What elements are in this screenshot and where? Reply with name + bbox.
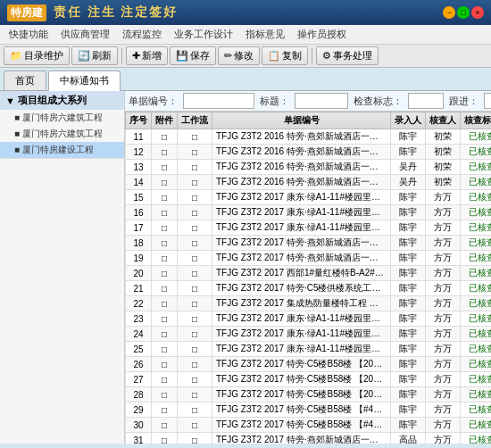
edit-button[interactable]: ✏ 修改 — [218, 46, 260, 65]
cell-attach[interactable]: □ — [152, 296, 178, 311]
cell-attach[interactable]: □ — [152, 160, 178, 175]
cell-flow[interactable]: □ — [178, 311, 212, 327]
table-row[interactable]: 30 □ □ TFJG Z3T2 2017 特旁·C5楼B58楼 【#4楼#20… — [126, 418, 492, 433]
cell-flow[interactable]: □ — [178, 357, 212, 372]
table-row[interactable]: 29 □ □ TFJG Z3T2 2017 特旁·C5楼B58楼 【#4楼#20… — [126, 402, 492, 418]
table-row[interactable]: 12 □ □ TFJG Z3T2 2016 特旁·燕郊新城酒店一期 【#2016… — [126, 145, 492, 160]
cell-attach[interactable]: □ — [152, 311, 178, 327]
menu-bizdesign[interactable]: 业务工作设计 — [169, 27, 238, 42]
cell-status: 已核查 — [461, 205, 492, 220]
filter-followup-input[interactable] — [484, 93, 491, 109]
cell-attach[interactable]: □ — [152, 266, 178, 281]
add-button[interactable]: ✚ 新增 — [126, 46, 168, 65]
table-row[interactable]: 18 □ □ TFJG Z3T2 2017 特旁·燕郊新城酒店一期 【2017-… — [126, 236, 492, 251]
cell-doc: TFJG Z3T2 2017 特旁·C5楼B58楼 【2017-04-11】 — [212, 357, 391, 372]
cell-attach[interactable]: □ — [152, 190, 178, 205]
cell-attach[interactable]: □ — [152, 342, 178, 357]
menu-quickfunc[interactable]: 快捷功能 — [4, 27, 54, 42]
cell-attach[interactable]: □ — [152, 129, 178, 145]
cell-flow[interactable]: □ — [178, 266, 212, 281]
cell-flow[interactable]: □ — [178, 387, 212, 402]
cell-attach[interactable]: □ — [152, 372, 178, 387]
save-button[interactable]: 💾 保存 — [170, 46, 216, 65]
table-row[interactable]: 26 □ □ TFJG Z3T2 2017 特旁·C5楼B58楼 【2017-0… — [126, 357, 492, 372]
cell-attach[interactable]: □ — [152, 175, 178, 190]
table-row[interactable]: 24 □ □ TFJG Z3T2 2017 康东·绿A1-11#楼园里建筑 【2… — [126, 327, 492, 342]
cell-attach[interactable]: □ — [152, 402, 178, 418]
cell-seq: 16 — [126, 205, 152, 220]
table-row[interactable]: 22 □ □ TFJG Z3T2 2017 集成热防量楼特工程 【2017-03… — [126, 296, 492, 311]
cell-flow[interactable]: □ — [178, 281, 212, 296]
table-row[interactable]: 16 □ □ TFJG Z3T2 2017 康东·绿A1-11#楼园里建筑 【2… — [126, 205, 492, 220]
cell-flow[interactable]: □ — [178, 129, 212, 145]
cell-flow[interactable]: □ — [178, 372, 212, 387]
menu-monitor[interactable]: 流程监控 — [117, 27, 167, 42]
table-container[interactable]: 序号 附件 工作流 单据编号 录入人 核查人 核查标志 核查日期 备注 11 □… — [125, 112, 491, 444]
filter-status-input[interactable] — [408, 93, 444, 109]
menu-supplier[interactable]: 供应商管理 — [55, 27, 115, 42]
cell-flow[interactable]: □ — [178, 175, 212, 190]
table-row[interactable]: 19 □ □ TFJG Z3T2 2017 特旁·燕郊新城酒店一期 【2017-… — [126, 251, 492, 266]
cell-flow[interactable]: □ — [178, 145, 212, 160]
table-row[interactable]: 21 □ □ TFJG Z3T2 2017 特旁·C5楼供楼系统工程 【2017… — [126, 281, 492, 296]
filter-docnum-input[interactable] — [183, 93, 254, 109]
process-button[interactable]: ⚙ 事务处理 — [316, 46, 379, 65]
cell-attach[interactable]: □ — [152, 145, 178, 160]
cell-flow[interactable]: □ — [178, 251, 212, 266]
table-row[interactable]: 11 □ □ TFJG Z3T2 2016 特旁·燕郊新城酒店一期 【#2016… — [126, 129, 492, 145]
menu-operator[interactable]: 操作员授权 — [292, 27, 352, 42]
cell-attach[interactable]: □ — [152, 418, 178, 433]
cell-flow[interactable]: □ — [178, 205, 212, 220]
tab-notice[interactable]: 中标通知书 — [48, 71, 121, 91]
menu-indicator[interactable]: 指标意见 — [240, 27, 290, 42]
table-row[interactable]: 17 □ □ TFJG Z3T2 2017 康东·绿A1-11#楼园里建筑 【2… — [126, 220, 492, 236]
cell-flow[interactable]: □ — [178, 342, 212, 357]
cell-flow[interactable]: □ — [178, 296, 212, 311]
sidebar-section-title[interactable]: ▼ 项目组成大系列 — [0, 91, 124, 110]
table-row[interactable]: 31 □ □ TFJG Z3T2 2017 特旁·燕郊新城酒店一期 【2017-… — [126, 433, 492, 444]
sidebar-item-0[interactable]: ■ 厦门特房六建筑工程 — [0, 110, 124, 126]
table-row[interactable]: 25 □ □ TFJG Z3T2 2017 康东·绿A1-11#楼园里建筑 【2… — [126, 342, 492, 357]
cell-entry: 陈宇 — [391, 190, 426, 205]
maximize-button[interactable]: □ — [457, 6, 470, 19]
tab-home[interactable]: 首页 — [4, 71, 46, 90]
cell-flow[interactable]: □ — [178, 327, 212, 342]
cell-attach[interactable]: □ — [152, 281, 178, 296]
copy-icon: 📋 — [268, 50, 280, 62]
dir-maintain-button[interactable]: 📁 目录维护 — [4, 46, 70, 65]
cell-attach[interactable]: □ — [152, 387, 178, 402]
table-row[interactable]: 28 □ □ TFJG Z3T2 2017 特旁·C5楼B58楼 【2017-0… — [126, 387, 492, 402]
cell-flow[interactable]: □ — [178, 418, 212, 433]
cell-attach[interactable]: □ — [152, 433, 178, 444]
cell-attach[interactable]: □ — [152, 251, 178, 266]
filter-title-input[interactable] — [295, 93, 348, 109]
cell-attach[interactable]: □ — [152, 357, 178, 372]
table-row[interactable]: 14 □ □ TFJG Z3T2 2016 特旁·燕郊新城酒店一期 【#6#20… — [126, 175, 492, 190]
table-row[interactable]: 27 □ □ TFJG Z3T2 2017 特旁·C5楼B58楼 【2017-0… — [126, 372, 492, 387]
cell-flow[interactable]: □ — [178, 433, 212, 444]
sidebar-section: ▼ 项目组成大系列 ■ 厦门特房六建筑工程 ■ 厦门特房六建筑工程 ■ 厦门特房… — [0, 91, 124, 159]
refresh-button[interactable]: 🔄 刷新 — [71, 46, 118, 65]
minimize-button[interactable]: － — [443, 6, 455, 19]
sidebar-item-1[interactable]: ■ 厦门特房六建筑工程 — [0, 126, 124, 142]
cell-attach[interactable]: □ — [152, 327, 178, 342]
cell-flow[interactable]: □ — [178, 220, 212, 236]
toolbar: 📁 目录维护 🔄 刷新 ✚ 新增 💾 保存 ✏ 修改 📋 复制 ⚙ 事务处理 — [0, 45, 491, 68]
cell-flow[interactable]: □ — [178, 236, 212, 251]
table-row[interactable]: 20 □ □ TFJG Z3T2 2017 西部1#量红楼特B-A2#基坑工程 … — [126, 266, 492, 281]
close-button[interactable]: × — [471, 6, 484, 19]
table-row[interactable]: 15 □ □ TFJG Z3T2 2017 康东·绿A1-11#楼园里建筑 【2… — [126, 190, 492, 205]
table-row[interactable]: 13 □ □ TFJG Z3T2 2016 特旁·燕郊新城酒店一期·赫 【#4#… — [126, 160, 492, 175]
cell-attach[interactable]: □ — [152, 205, 178, 220]
sidebar-item-2[interactable]: ■ 厦门特房建设工程 — [0, 142, 124, 158]
table-row[interactable]: 23 □ □ TFJG Z3T2 2017 康东·绿A1-11#楼园里建筑 【2… — [126, 311, 492, 327]
cell-flow[interactable]: □ — [178, 190, 212, 205]
cell-check: 方万 — [426, 296, 461, 311]
cell-attach[interactable]: □ — [152, 220, 178, 236]
copy-button[interactable]: 📋 复制 — [262, 46, 308, 65]
cell-check: 方万 — [426, 433, 461, 444]
cell-status: 已核查 — [461, 251, 492, 266]
cell-flow[interactable]: □ — [178, 402, 212, 418]
cell-flow[interactable]: □ — [178, 160, 212, 175]
cell-attach[interactable]: □ — [152, 236, 178, 251]
